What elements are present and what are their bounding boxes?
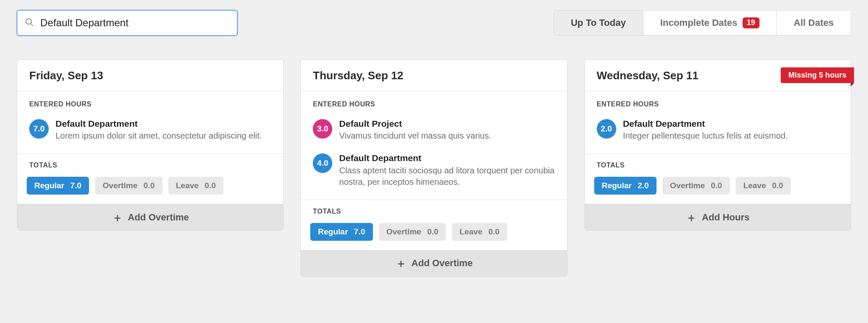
total-regular-pill[interactable]: Regular 7.0 — [27, 177, 89, 195]
total-overtime-pill[interactable]: Overtime 0.0 — [662, 177, 730, 195]
topbar: Up To Today Incomplete Dates 19 All Date… — [17, 10, 851, 36]
add-hours-button[interactable]: ＋ Add Hours — [585, 204, 851, 230]
totals-row: TOTALS Regular 7.0 Overtime 0.0 Leave 0.… — [301, 200, 567, 250]
plus-icon: ＋ — [112, 212, 123, 223]
pill-label: Leave — [459, 227, 482, 237]
entry-desc: Vivamus tincidunt vel massa quis varius. — [339, 130, 491, 142]
total-leave-pill[interactable]: Leave 0.0 — [736, 177, 791, 195]
pill-value: 0.0 — [144, 181, 155, 190]
hours-chip: 7.0 — [29, 119, 49, 139]
day-card: Thursday, Sep 12 ENTERED HOURS 3.0 Defau… — [300, 59, 567, 277]
add-action-label: Add Hours — [702, 212, 749, 223]
entry-text: Default Department Class aptent taciti s… — [339, 153, 555, 187]
pill-value: 2.0 — [637, 181, 648, 190]
day-cards-row: Friday, Sep 13 ENTERED HOURS 7.0 Default… — [17, 59, 851, 277]
entered-hours-label: ENTERED HOURS — [17, 91, 283, 111]
filter-up-to-today[interactable]: Up To Today — [554, 11, 643, 35]
entries-list: 7.0 Default Department Lorem ipsum dolor… — [17, 111, 283, 150]
entries-list: 2.0 Default Department Integer pellentes… — [585, 111, 851, 150]
pill-label: Overtime — [103, 181, 137, 190]
filter-label: All Dates — [794, 17, 834, 28]
entry-desc: Lorem ipsum dolor sit amet, consectetur … — [56, 130, 262, 142]
total-leave-pill[interactable]: Leave 0.0 — [168, 177, 223, 195]
entry-title: Default Department — [56, 118, 262, 129]
pill-value: 0.0 — [488, 227, 499, 237]
entry-desc: Class aptent taciti sociosqu ad litora t… — [339, 165, 555, 188]
filter-incomplete-dates[interactable]: Incomplete Dates 19 — [643, 11, 777, 35]
search-input[interactable] — [17, 10, 237, 36]
day-card: Friday, Sep 13 ENTERED HOURS 7.0 Default… — [17, 59, 284, 231]
total-overtime-pill[interactable]: Overtime 0.0 — [95, 177, 162, 195]
hours-chip: 3.0 — [313, 119, 332, 139]
search-wrap — [17, 10, 237, 36]
totals-row: TOTALS Regular 7.0 Overtime 0.0 Leave 0.… — [17, 154, 283, 204]
hours-chip: 4.0 — [313, 153, 332, 173]
total-regular-pill[interactable]: Regular 7.0 — [310, 223, 373, 241]
add-action-label: Add Overtime — [412, 258, 473, 269]
pill-label: Regular — [602, 181, 632, 190]
missing-hours-ribbon: Missing 5 hours — [781, 67, 854, 83]
entry-title: Default Project — [339, 118, 491, 129]
entry-title: Default Department — [339, 153, 555, 164]
day-title: Thursday, Sep 12 — [301, 60, 567, 91]
totals-label: TOTALS — [27, 162, 274, 169]
time-entry[interactable]: 4.0 Default Department Class aptent taci… — [313, 148, 555, 194]
pill-value: 0.0 — [427, 227, 438, 237]
pill-label: Regular — [318, 227, 348, 237]
time-entry[interactable]: 3.0 Default Project Vivamus tincidunt ve… — [313, 114, 555, 148]
pill-label: Overtime — [387, 227, 421, 237]
entry-text: Default Department Lorem ipsum dolor sit… — [56, 118, 262, 142]
totals-label: TOTALS — [310, 208, 557, 215]
entered-hours-label: ENTERED HOURS — [585, 91, 851, 111]
entry-text: Default Project Vivamus tincidunt vel ma… — [339, 118, 491, 142]
pill-value: 0.0 — [711, 181, 722, 190]
day-card: Missing 5 hours Wednesday, Sep 11 ENTERE… — [584, 59, 851, 231]
entry-title: Default Department — [623, 118, 788, 129]
totals-label: TOTALS — [594, 162, 841, 169]
totals-row: TOTALS Regular 2.0 Overtime 0.0 Leave 0.… — [585, 154, 851, 204]
incomplete-count-badge: 19 — [743, 17, 760, 28]
total-regular-pill[interactable]: Regular 2.0 — [594, 177, 657, 195]
time-entry[interactable]: 7.0 Default Department Lorem ipsum dolor… — [29, 114, 271, 148]
add-overtime-button[interactable]: ＋ Add Overtime — [17, 204, 283, 230]
filter-label: Up To Today — [571, 17, 626, 28]
total-leave-pill[interactable]: Leave 0.0 — [452, 223, 507, 241]
entry-text: Default Department Integer pellentesque … — [623, 118, 788, 142]
filter-all-dates[interactable]: All Dates — [777, 11, 851, 35]
plus-icon: ＋ — [686, 212, 697, 223]
filter-label: Incomplete Dates — [660, 17, 737, 28]
pill-value: 7.0 — [70, 181, 81, 190]
pill-label: Regular — [34, 181, 64, 190]
time-entry[interactable]: 2.0 Default Department Integer pellentes… — [597, 114, 839, 148]
pill-value: 7.0 — [354, 227, 365, 237]
total-overtime-pill[interactable]: Overtime 0.0 — [379, 223, 446, 241]
hours-chip: 2.0 — [597, 119, 616, 139]
pill-label: Leave — [176, 181, 199, 190]
filter-tabs: Up To Today Incomplete Dates 19 All Date… — [554, 10, 851, 36]
pill-value: 0.0 — [205, 181, 216, 190]
entered-hours-label: ENTERED HOURS — [301, 91, 567, 111]
pill-label: Overtime — [670, 181, 705, 190]
pill-label: Leave — [743, 181, 766, 190]
entry-desc: Integer pellentesque luctus felis at eui… — [623, 130, 788, 142]
day-title: Friday, Sep 13 — [17, 60, 283, 91]
entries-list: 3.0 Default Project Vivamus tincidunt ve… — [301, 111, 567, 196]
pill-value: 0.0 — [772, 181, 783, 190]
plus-icon: ＋ — [395, 258, 406, 269]
add-action-label: Add Overtime — [128, 212, 189, 223]
add-overtime-button[interactable]: ＋ Add Overtime — [301, 250, 567, 276]
